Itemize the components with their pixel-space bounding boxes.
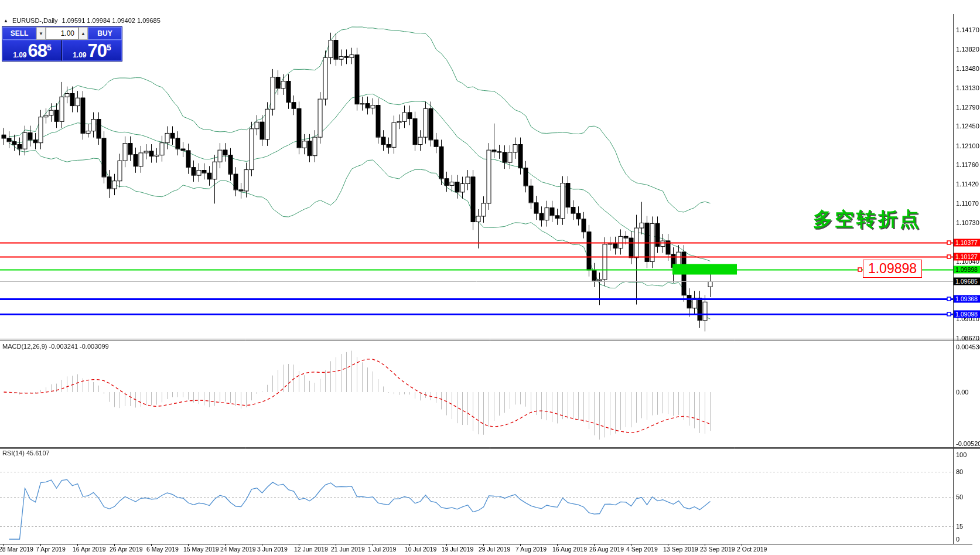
macd-axis-label: 0.00: [956, 389, 968, 396]
sell-button[interactable]: SELL: [2, 27, 36, 40]
date-axis-label: 21 Jun 2019: [331, 546, 365, 553]
date-axis-label: 7 Aug 2019: [515, 546, 547, 553]
date-axis-label: 7 Apr 2019: [36, 546, 66, 553]
date-axis-label: 23 Sep 2019: [700, 546, 735, 553]
price-axis-label: 1.14170: [956, 26, 979, 33]
price-axis-badge: 1.10377: [954, 239, 980, 246]
price-axis-label: 1.12790: [956, 104, 979, 111]
date-axis-label: 1 Jul 2019: [368, 546, 396, 553]
macd-indicator-label: MACD(12,26,9) -0.003241 -0.003099: [2, 343, 109, 350]
volume-input[interactable]: 1.00: [46, 27, 78, 40]
price-axis-label: 1.11420: [956, 181, 979, 188]
chart-title-row: ▲ EURUSD-,Daily 1.09591 1.09984 1.09402 …: [4, 17, 161, 24]
chart-ohlc-values: 1.09591 1.09984 1.09402 1.09685: [62, 17, 161, 24]
date-axis-label: 6 May 2019: [146, 546, 179, 553]
rsi-indicator-label: RSI(14) 45.6107: [2, 450, 50, 457]
date-axis-label: 19 Jul 2019: [442, 546, 473, 553]
date-axis-label: 16 Aug 2019: [552, 546, 587, 553]
date-axis-label: 10 Jul 2019: [405, 546, 436, 553]
buy-price-pip: 5: [107, 44, 111, 51]
price-axis-label: 1.10730: [956, 219, 979, 226]
rsi-axis-label: 0: [956, 536, 959, 543]
rsi-axis-label: 80: [956, 468, 963, 475]
rsi-axis-label: 100: [956, 451, 967, 458]
date-axis-label: 16 Apr 2019: [73, 546, 106, 553]
price-axis-label: 1.08670: [956, 335, 979, 342]
macd-axis-label: 0.004536: [956, 343, 980, 350]
date-axis-label: 4 Sep 2019: [626, 546, 658, 553]
date-axis-label: 2 Oct 2019: [737, 546, 767, 553]
buy-price[interactable]: 1.09 70 5: [62, 40, 122, 61]
one-click-trade-panel: SELL ▼ 1.00 ▲ BUY 1.09 68 5 1.09 70 5: [2, 26, 122, 62]
sell-price-pip: 5: [47, 44, 52, 51]
chart-text-annotation[interactable]: 多空转折点: [813, 206, 921, 233]
date-axis-label: 26 Apr 2019: [110, 546, 143, 553]
date-axis-label: 28 Mar 2019: [0, 546, 33, 553]
price-axis-label: 1.12100: [956, 142, 979, 149]
sell-price-main: 68: [28, 43, 47, 59]
price-axis-label: 1.13820: [956, 46, 979, 53]
price-axis-label: 1.12450: [956, 122, 979, 130]
buy-button[interactable]: BUY: [88, 27, 122, 40]
date-axis-label: 15 May 2019: [183, 546, 219, 553]
chart-up-arrow-icon: ▲: [4, 18, 8, 23]
sell-price-prefix: 1.09: [13, 51, 26, 59]
price-axis-badge: 1.09368: [954, 295, 980, 303]
price-axis-badge: 1.09098: [954, 311, 980, 318]
price-axis-badge: 1.10127: [954, 253, 980, 260]
rsi-axis-label: 50: [956, 493, 963, 500]
price-axis-badge: 1.09685: [954, 277, 980, 285]
date-axis-label: 26 Aug 2019: [589, 546, 624, 553]
date-axis-label: 13 Sep 2019: [663, 546, 698, 553]
price-axis-label: 1.11760: [956, 161, 979, 168]
volume-decrease-button[interactable]: ▼: [36, 27, 46, 40]
buy-price-prefix: 1.09: [73, 51, 86, 59]
price-axis-label: 1.11070: [956, 200, 979, 207]
macd-axis-label: -0.005205: [956, 440, 980, 447]
date-axis-label: 12 Jun 2019: [294, 546, 328, 553]
date-axis-label: 3 Jun 2019: [257, 546, 288, 553]
volume-increase-button[interactable]: ▲: [78, 27, 88, 40]
sell-price[interactable]: 1.09 68 5: [2, 40, 62, 61]
buy-price-main: 70: [88, 43, 107, 59]
price-level-label[interactable]: 1.09898: [863, 260, 922, 278]
rsi-axis-label: 15: [956, 523, 963, 530]
price-axis-badge: 1.09898: [954, 265, 980, 273]
chart-symbol-period: EURUSD-,Daily: [12, 17, 58, 24]
trading-terminal-window: ✚新订单➤▦◉●自动交易║▮~⊕⊖▦⇥⇤+▾◷▾▨↖+│─╱//FAT⇄▾M1M…: [0, 0, 980, 555]
date-axis-label: 24 May 2019: [220, 546, 256, 553]
chart-canvas[interactable]: [0, 0, 980, 555]
price-axis-label: 1.13480: [956, 65, 979, 72]
price-axis-label: 1.13130: [956, 84, 979, 91]
date-axis-label: 29 Jul 2019: [479, 546, 510, 553]
